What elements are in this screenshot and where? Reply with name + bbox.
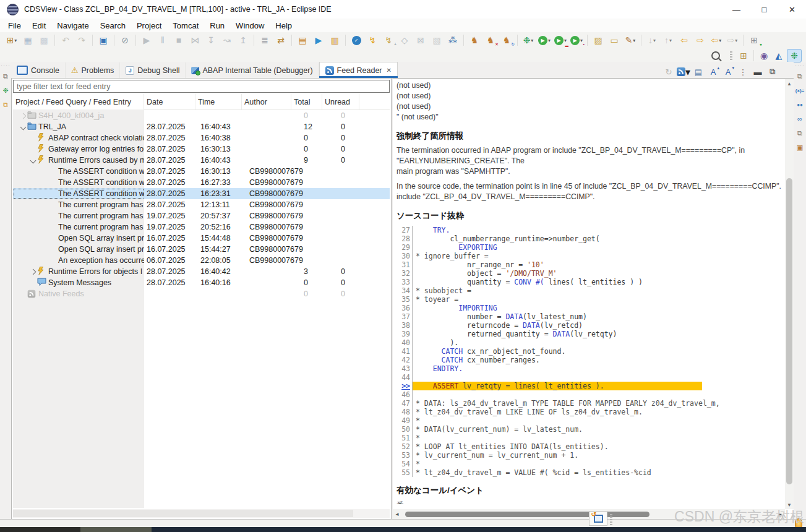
open-type-icon[interactable]: ▨ xyxy=(590,33,606,47)
minimize-view-icon[interactable]: ▬ xyxy=(751,66,765,78)
expander-expanded-icon[interactable] xyxy=(19,125,27,129)
expander-collapsed-icon[interactable] xyxy=(29,270,37,274)
new-wizard-icon[interactable]: ⊞▾ xyxy=(4,33,20,47)
open-console-icon[interactable]: ▣ xyxy=(95,33,111,47)
expressions-view-icon[interactable]: ∞ xyxy=(794,113,806,124)
use-step-filters-icon[interactable]: ⇄ xyxy=(273,33,289,47)
feed-row-10[interactable]: The current program has i19.07.202520:52… xyxy=(13,221,390,233)
back-icon[interactable]: ⇦▾ xyxy=(708,33,724,47)
pin-console-icon[interactable]: ⊘ xyxy=(117,33,133,47)
menu-tomcat[interactable]: Tomcat xyxy=(167,20,204,32)
menu-run[interactable]: Run xyxy=(204,20,230,32)
debug-icon[interactable]: ❉▾ xyxy=(520,33,536,47)
menu-edit[interactable]: Edit xyxy=(27,20,51,32)
menu-window[interactable]: Window xyxy=(230,20,270,32)
debug-perspective-icon[interactable]: ❉ xyxy=(787,49,802,62)
feed-filter-input[interactable] xyxy=(13,80,390,93)
feed-row-13[interactable]: An exception has occurre06.07.202522:08:… xyxy=(13,255,390,266)
menu-help[interactable]: Help xyxy=(270,20,298,32)
profile-icon[interactable]: ▶▪▾ xyxy=(568,33,585,47)
expander-expanded-icon[interactable] xyxy=(29,158,37,163)
column-header-project-feed-query-feed-entry[interactable]: Project / Feed Query / Feed Entryˆ xyxy=(13,94,144,109)
tomcat-restart-icon[interactable]: ♞↻ xyxy=(499,33,515,47)
pin-editor-icon[interactable]: ⊞● xyxy=(746,33,762,47)
column-header-total[interactable]: Total xyxy=(291,94,322,109)
lock-object-icon[interactable]: ⊠ xyxy=(413,33,429,47)
new-feed-query-icon[interactable]: ▾ xyxy=(677,66,690,78)
tree-hscroll-thumb[interactable] xyxy=(13,510,353,517)
import-icon[interactable]: ↓▾ xyxy=(644,33,660,47)
minimize-window-icon[interactable]: — xyxy=(722,0,750,19)
next-edit-location-icon[interactable]: ⇨ xyxy=(692,33,708,47)
feed-row-16[interactable]: Native Feeds00 xyxy=(13,288,390,299)
tab-feed-reader[interactable]: Feed Reader✕ xyxy=(319,62,398,78)
scroll-right-icon[interactable]: ► xyxy=(776,509,785,520)
coverage-icon[interactable]: ▶▂▾ xyxy=(552,33,568,47)
suspend-icon[interactable]: ‖ xyxy=(155,33,171,47)
scroll-down-icon[interactable]: ▼ xyxy=(785,500,794,509)
restore-view-icon[interactable]: ⧉ xyxy=(0,71,11,82)
tab-console[interactable]: Console xyxy=(11,62,66,78)
tree-horizontal-scrollbar[interactable] xyxy=(13,509,390,518)
maximize-window-icon[interactable]: □ xyxy=(750,0,778,19)
detail-vscroll-thumb[interactable] xyxy=(786,178,792,484)
terminate-icon[interactable]: ■ xyxy=(171,33,187,47)
column-header-author[interactable]: Author xyxy=(242,94,291,109)
scroll-left-icon[interactable]: ◄ xyxy=(393,509,401,520)
disconnect-icon[interactable]: ⋈ xyxy=(187,33,203,47)
restore-view-icon[interactable]: ⧉ xyxy=(794,71,806,82)
run-to-line-icon[interactable]: ≣ xyxy=(257,33,273,47)
copy-pages-icon[interactable]: ⧉ xyxy=(0,99,11,110)
feed-row-2[interactable]: ABAP contract check violatic28.07.202516… xyxy=(13,132,390,144)
menu-search[interactable]: Search xyxy=(95,20,131,32)
relation-explorer-icon[interactable]: ⁂ xyxy=(445,33,461,47)
editor-view-icon[interactable]: ▣ xyxy=(794,142,806,153)
variables-view-icon[interactable]: (x)= xyxy=(794,85,806,96)
tab-abap-internal-table-debugger-[interactable]: ABAP Internal Table (Debugger) xyxy=(186,62,319,78)
redo-icon[interactable]: ↷ xyxy=(74,33,90,47)
check-syntax-icon[interactable]: ✓ xyxy=(348,33,364,47)
java-ee-perspective-icon[interactable]: ◉ xyxy=(757,49,771,62)
column-header-time[interactable]: Time xyxy=(195,94,242,109)
refresh-abap-object-icon[interactable]: ▥ xyxy=(327,33,343,47)
menu-navigate[interactable]: Navigate xyxy=(51,20,94,32)
feed-row-3[interactable]: Gateway error log entries for28.07.20251… xyxy=(13,144,390,155)
decrease-font-icon[interactable]: A▾ xyxy=(721,66,735,78)
increase-font-icon[interactable]: A▴ xyxy=(706,66,720,78)
open-resource-icon[interactable]: ▭ xyxy=(606,33,622,47)
view-menu-icon[interactable]: ⋮ xyxy=(736,66,750,78)
maximize-view-icon[interactable]: ⧉ xyxy=(766,66,779,78)
close-window-icon[interactable]: ✕ xyxy=(778,0,806,19)
feed-row-7[interactable]: The ASSERT condition wa28.07.202516:23:3… xyxy=(13,188,390,199)
transport-object-icon[interactable]: ▧ xyxy=(429,33,445,47)
forward-icon[interactable]: ⇨▾ xyxy=(724,33,740,47)
feed-row-1[interactable]: TRL_JA28.07.202516:40:43120 xyxy=(13,121,390,132)
detail-vertical-scrollbar[interactable]: ▲ ▼ xyxy=(785,79,794,509)
detail-hscroll-thumb[interactable] xyxy=(405,512,650,517)
feed-row-11[interactable]: Open SQL array insert pro16.07.202515:44… xyxy=(13,233,390,244)
tomcat-stop-icon[interactable]: ♞✕ xyxy=(482,33,499,47)
search-tool-icon[interactable]: ✎▾ xyxy=(622,33,638,47)
data-preview-icon[interactable]: ◇ xyxy=(397,33,413,47)
resume-icon[interactable]: ▶ xyxy=(139,33,155,47)
feed-row-5[interactable]: The ASSERT condition wa28.07.202516:30:1… xyxy=(13,166,390,177)
refresh-feeds-icon[interactable]: ↻ xyxy=(662,66,675,78)
save-icon[interactable]: ▦ xyxy=(20,33,36,47)
menu-file[interactable]: File xyxy=(2,20,27,32)
column-header-unread[interactable]: Unread xyxy=(322,94,359,109)
previous-edit-location-icon[interactable]: ⇦ xyxy=(676,33,692,47)
scroll-up-icon[interactable]: ▲ xyxy=(785,79,794,88)
tomcat-start-icon[interactable]: ♞ xyxy=(466,33,482,47)
print-icon[interactable]: ▤ xyxy=(692,66,705,78)
undo-icon[interactable]: ↶ xyxy=(58,33,74,47)
restore-view-2-icon[interactable]: ⧉ xyxy=(794,127,806,139)
feed-row-9[interactable]: The current program has i19.07.202520:57… xyxy=(13,210,390,221)
feed-row-12[interactable]: Open SQL array insert pro16.07.202515:44… xyxy=(13,244,390,255)
menu-project[interactable]: Project xyxy=(131,20,167,32)
feed-row-6[interactable]: The ASSERT condition wa28.07.202516:27:3… xyxy=(13,177,390,188)
save-all-icon[interactable]: ▩ xyxy=(36,33,52,47)
debug-view-icon[interactable]: ❉ xyxy=(0,85,11,96)
step-over-icon[interactable]: ↝ xyxy=(219,33,235,47)
column-header-date[interactable]: Date xyxy=(144,94,195,109)
breakpoints-view-icon[interactable]: ●● xyxy=(794,99,806,110)
